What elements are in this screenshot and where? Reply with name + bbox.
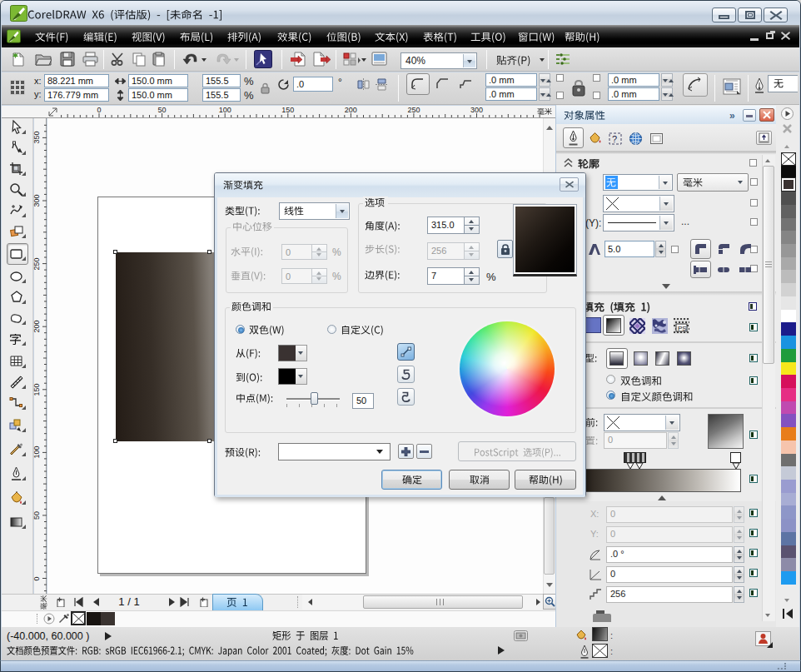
svg-text:PS: PS — [678, 325, 687, 332]
svg-text:?: ? — [612, 134, 617, 144]
